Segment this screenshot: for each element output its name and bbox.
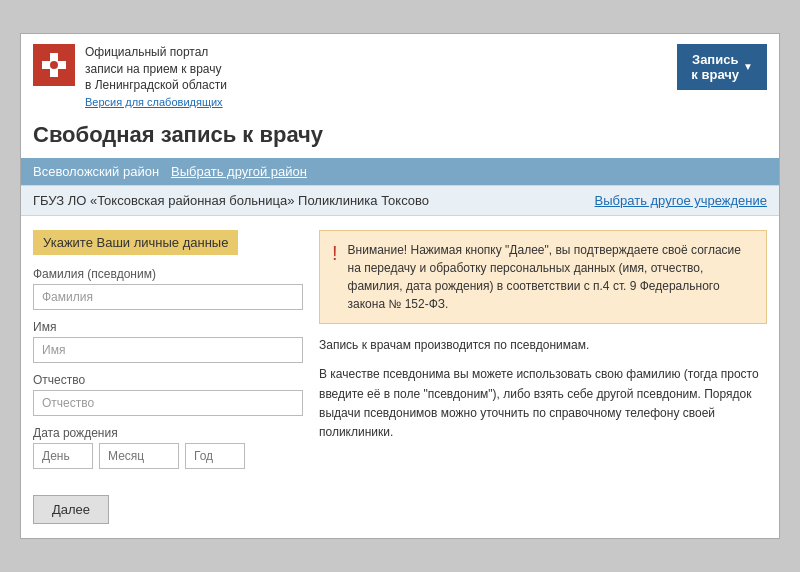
header-left: Официальный портал записи на прием к вра…: [33, 44, 227, 108]
main-content: Укажите Ваши личные данные Фамилия (псев…: [21, 216, 779, 538]
accessibility-link[interactable]: Версия для слабовидящих: [85, 96, 227, 108]
header: Официальный портал записи на прием к вра…: [21, 34, 779, 114]
info-line2: В качестве псевдонима вы можете использо…: [319, 365, 767, 442]
lastname-group: Фамилия (псевдоним): [33, 267, 303, 310]
dropdown-arrow-icon: ▼: [743, 61, 753, 72]
medical-cross-icon: [40, 51, 68, 79]
district-bar: Всеволожский район Выбрать другой район: [21, 158, 779, 185]
svg-point-2: [50, 61, 58, 69]
header-text: Официальный портал записи на прием к вра…: [85, 44, 227, 108]
info-line1: Запись к врачам производится по псевдони…: [319, 336, 767, 355]
date-row: [33, 443, 303, 469]
logo-icon: [33, 44, 75, 86]
warning-box: ! Внимание! Нажимая кнопку "Далее", вы п…: [319, 230, 767, 324]
middlename-input[interactable]: [33, 390, 303, 416]
middlename-label: Отчество: [33, 373, 303, 387]
dob-year-input[interactable]: [185, 443, 245, 469]
firstname-label: Имя: [33, 320, 303, 334]
firstname-group: Имя: [33, 320, 303, 363]
lastname-input[interactable]: [33, 284, 303, 310]
lastname-label: Фамилия (псевдоним): [33, 267, 303, 281]
page-title: Свободная запись к врачу: [21, 114, 779, 158]
dob-label: Дата рождения: [33, 426, 303, 440]
submit-button[interactable]: Далее: [33, 495, 109, 524]
page-wrapper: Официальный портал записи на прием к вра…: [20, 33, 780, 539]
zapisj-button[interactable]: Запись к врачу ▼: [677, 44, 767, 90]
left-panel: Укажите Ваши личные данные Фамилия (псев…: [33, 230, 303, 524]
middlename-group: Отчество: [33, 373, 303, 416]
change-institution-link[interactable]: Выбрать другое учреждение: [595, 193, 767, 208]
institution-name: ГБУЗ ЛО «Токсовская районная больница» П…: [33, 193, 429, 208]
district-name: Всеволожский район: [33, 164, 159, 179]
dob-day-input[interactable]: [33, 443, 93, 469]
info-text: Запись к врачам производится по псевдони…: [319, 336, 767, 442]
change-district-link[interactable]: Выбрать другой район: [171, 164, 307, 179]
header-title: Официальный портал записи на прием к вра…: [85, 44, 227, 94]
right-panel: ! Внимание! Нажимая кнопку "Далее", вы п…: [319, 230, 767, 524]
dob-month-input[interactable]: [99, 443, 179, 469]
warning-text: Внимание! Нажимая кнопку "Далее", вы под…: [348, 241, 754, 313]
dob-group: Дата рождения: [33, 426, 303, 469]
institution-bar: ГБУЗ ЛО «Токсовская районная больница» П…: [21, 185, 779, 216]
form-section-header: Укажите Ваши личные данные: [33, 230, 238, 255]
firstname-input[interactable]: [33, 337, 303, 363]
warning-icon: !: [332, 241, 338, 265]
